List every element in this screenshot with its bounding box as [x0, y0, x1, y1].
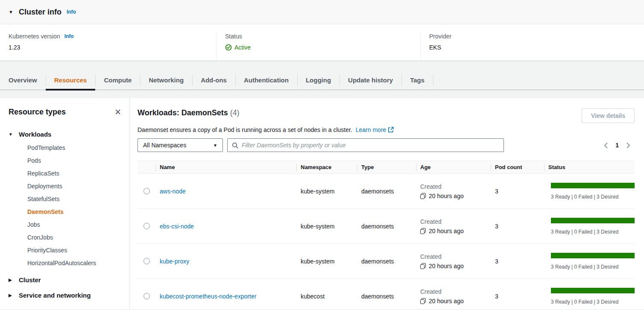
- status-check-icon: [225, 44, 232, 51]
- resource-tree: ▼ Workloads PodTemplates Pods ReplicaSet…: [9, 129, 121, 300]
- tab-resources[interactable]: Resources: [46, 70, 96, 90]
- namespace-filter-value: All Namespaces: [143, 142, 186, 149]
- pagination: 1: [603, 141, 631, 149]
- status-label: Status: [225, 33, 242, 40]
- daemonsets-panel: Workloads: DaemonSets (4) View details D…: [130, 98, 644, 309]
- chevron-down-icon: ▼: [213, 143, 217, 148]
- tree-section-label: Service and networking: [19, 292, 91, 299]
- daemonsets-table: Name Namespace Type Age Pod count Status…: [138, 161, 635, 309]
- status-text: 3 Ready | 0 Failed | 3 Desired: [551, 229, 635, 235]
- status-progress-bar: [551, 183, 635, 188]
- tab-logging[interactable]: Logging: [297, 70, 340, 90]
- row-radio-button[interactable]: [143, 223, 150, 229]
- page-title: Workloads: DaemonSets (4): [138, 108, 240, 117]
- sidebar-item-priorityclasses[interactable]: PriorityClasses: [9, 244, 121, 257]
- kubernetes-version-label: Kubernetes version: [9, 33, 60, 40]
- pod-count-cell: 3: [491, 258, 544, 265]
- search-input[interactable]: [242, 142, 499, 149]
- cluster-info-link[interactable]: Info: [67, 9, 76, 15]
- cluster-summary-card: Kubernetes version Info 1.23 Status Acti…: [0, 24, 644, 61]
- sidebar-item-statefulsets[interactable]: StatefulSets: [9, 193, 121, 205]
- age-cell: Created 20 hours ago: [416, 288, 491, 304]
- daemonset-name-link[interactable]: aws-node: [160, 188, 186, 195]
- provider-label: Provider: [429, 33, 451, 40]
- sidebar-item-replicasets[interactable]: ReplicaSets: [9, 167, 121, 180]
- tree-section-cluster[interactable]: ▶ Cluster: [9, 275, 121, 285]
- age-value: 20 hours ago: [429, 298, 464, 304]
- resource-types-sidebar: Resource types ✕ ▼ Workloads PodTemplate…: [0, 98, 129, 309]
- row-radio-button[interactable]: [143, 293, 150, 299]
- sidebar-title: Resource types: [9, 108, 66, 117]
- tab-overview[interactable]: Overview: [0, 70, 46, 90]
- kubernetes-version-value: 1.23: [9, 44, 216, 51]
- close-icon[interactable]: ✕: [114, 108, 121, 116]
- age-value: 20 hours ago: [429, 228, 464, 234]
- table-header-row: Name Namespace Type Age Pod count Status: [138, 161, 635, 174]
- tab-compute[interactable]: Compute: [95, 70, 140, 90]
- age-value: 20 hours ago: [429, 193, 464, 199]
- provider-value: EKS: [429, 44, 635, 51]
- tab-separator: [433, 70, 433, 90]
- search-icon: [232, 142, 238, 149]
- chevron-right-icon: [626, 142, 630, 149]
- status-value: Active: [234, 44, 251, 51]
- sidebar-item-cronjobs[interactable]: CronJobs: [9, 231, 121, 244]
- tree-section-workloads[interactable]: ▼ Workloads: [9, 129, 121, 139]
- column-header-pod-count: Pod count: [491, 161, 544, 173]
- tab-update-history[interactable]: Update history: [340, 70, 401, 90]
- tab-bar: Overview Resources Compute Networking Ad…: [0, 70, 644, 90]
- sidebar-item-horizontalpodautoscalers[interactable]: HorizontalPodAutoscalers: [9, 257, 121, 269]
- tab-tags[interactable]: Tags: [401, 70, 433, 90]
- cluster-info-title: Cluster info: [19, 8, 61, 17]
- sidebar-item-daemonsets[interactable]: DaemonSets: [9, 205, 121, 218]
- sidebar-item-podtemplates[interactable]: PodTemplates: [9, 141, 121, 154]
- previous-page-button[interactable]: [603, 141, 609, 149]
- sidebar-item-deployments[interactable]: Deployments: [9, 180, 121, 193]
- learn-more-link[interactable]: Learn more: [356, 126, 394, 133]
- sidebar-item-pods[interactable]: Pods: [9, 154, 121, 167]
- status-progress-bar: [551, 218, 635, 223]
- age-value: 20 hours ago: [429, 263, 464, 269]
- caret-right-icon: ▶: [9, 293, 19, 298]
- tab-authentication[interactable]: Authentication: [235, 70, 297, 90]
- type-cell: daemonsets: [357, 258, 416, 265]
- pod-count-cell: 3: [491, 293, 544, 300]
- caret-right-icon: ▶: [9, 278, 19, 282]
- daemonset-name-link[interactable]: ebs-csi-node: [160, 223, 194, 230]
- view-details-button[interactable]: View details: [582, 108, 635, 123]
- tab-networking[interactable]: Networking: [140, 70, 192, 90]
- daemonset-name-link[interactable]: kubecost-prometheus-node-exporter: [160, 293, 256, 300]
- copy-icon[interactable]: [420, 193, 426, 199]
- description-text: Daemonset ensures a copy of a Pod is run…: [138, 126, 352, 133]
- table-row: kubecost-prometheus-node-exporter kubeco…: [138, 279, 635, 309]
- tab-add-ons[interactable]: Add-ons: [192, 70, 235, 90]
- status-text: 3 Ready | 0 Failed | 3 Desired: [551, 299, 635, 305]
- status-cell: 3 Ready | 0 Failed | 3 Desired: [544, 183, 635, 200]
- pod-count-cell: 3: [491, 223, 544, 230]
- caret-down-icon: ▼: [9, 132, 19, 137]
- sidebar-item-jobs[interactable]: Jobs: [9, 218, 121, 231]
- panel-description: Daemonset ensures a copy of a Pod is run…: [138, 126, 635, 133]
- tree-section-label: Workloads: [19, 131, 51, 138]
- tree-section-label: Cluster: [19, 276, 41, 284]
- type-cell: daemonsets: [357, 293, 416, 300]
- age-label: Created: [420, 288, 491, 295]
- status-text: 3 Ready | 0 Failed | 3 Desired: [551, 264, 635, 270]
- status-progress-bar: [551, 253, 635, 258]
- namespace-filter-select[interactable]: All Namespaces ▼: [138, 138, 223, 152]
- daemonset-name-link[interactable]: kube-proxy: [160, 258, 189, 265]
- next-page-button[interactable]: [626, 141, 631, 149]
- collapse-caret-icon[interactable]: ▼: [9, 9, 13, 15]
- table-row: ebs-csi-node kube-system daemonsets Crea…: [138, 209, 635, 244]
- row-radio-button[interactable]: [143, 258, 150, 264]
- row-radio-button[interactable]: [143, 188, 150, 194]
- age-cell: Created 20 hours ago: [416, 253, 491, 269]
- tabs-area: Overview Resources Compute Networking Ad…: [0, 61, 644, 90]
- copy-icon[interactable]: [420, 228, 426, 234]
- tree-section-service-and-networking[interactable]: ▶ Service and networking: [9, 290, 121, 300]
- kubernetes-version-info-link[interactable]: Info: [64, 33, 74, 39]
- namespace-cell: kube-system: [296, 258, 357, 265]
- copy-icon[interactable]: [420, 263, 426, 269]
- copy-icon[interactable]: [420, 298, 426, 304]
- current-page-number[interactable]: 1: [615, 142, 619, 149]
